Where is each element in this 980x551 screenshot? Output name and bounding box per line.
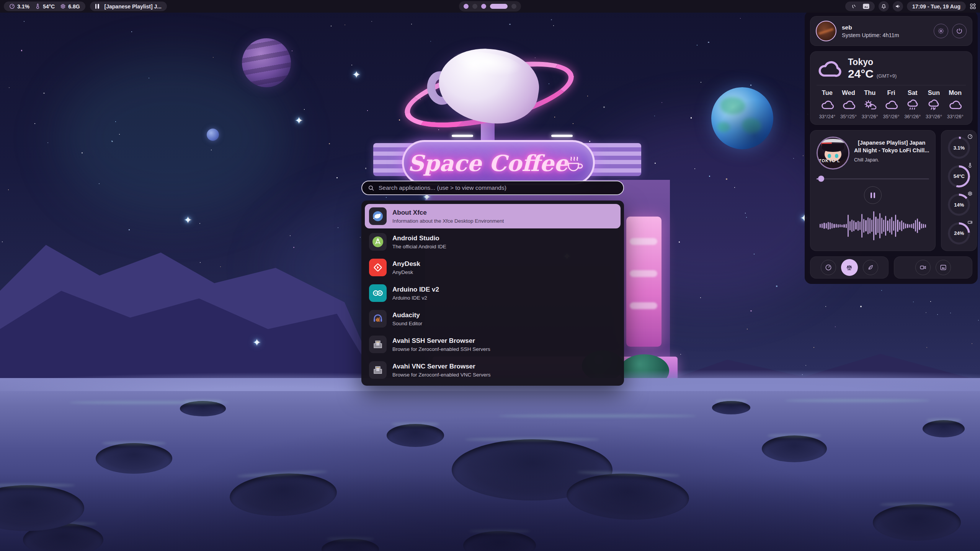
screenshot-button[interactable] <box>936 260 951 275</box>
app-row-android-studio[interactable]: Android Studio The official Android IDE <box>365 230 621 254</box>
workspace-indicator[interactable] <box>459 1 521 11</box>
screen-record-button[interactable] <box>915 260 931 275</box>
pause-icon <box>95 4 99 9</box>
settings-button[interactable] <box>934 24 948 38</box>
album-art-detail <box>828 154 831 158</box>
speedometer-icon <box>825 264 832 271</box>
app-name: About Xfce <box>392 209 504 217</box>
tools-dock <box>894 256 972 279</box>
quick-actions-row <box>810 256 972 279</box>
crater <box>96 443 172 474</box>
music-progress-slider[interactable] <box>817 176 929 182</box>
workspace-dot-active[interactable] <box>490 4 508 9</box>
image-icon[interactable] <box>863 3 869 9</box>
app-row-about-xfce[interactable]: About Xfce Information about the Xfce De… <box>365 204 621 228</box>
paw-icon[interactable] <box>851 3 857 10</box>
play-pause-button[interactable] <box>864 186 882 204</box>
star-sparkle: ✦ <box>184 214 192 226</box>
forecast-day-sun: Sun33°/26° <box>923 89 945 119</box>
cloud-icon <box>948 99 962 111</box>
sun-cloud-icon <box>863 99 877 111</box>
performance-button[interactable] <box>821 260 836 275</box>
app-row-text: Avahi VNC Server Browser Browse for Zero… <box>392 363 491 378</box>
app-desc: Sound Editor <box>392 321 422 326</box>
sign-light <box>551 135 573 137</box>
neon-sign-line <box>630 270 657 277</box>
app-row-text: Avahi SSH Server Browser Browse for Zero… <box>392 337 490 352</box>
workspace-dot-empty[interactable] <box>472 4 477 9</box>
crater <box>180 401 226 416</box>
topbar-right: 17:09 - Tue, 19 Aug <box>845 1 976 11</box>
cloud-icon <box>884 99 898 111</box>
music-pill[interactable]: [Japanese Playlist] J... <box>90 2 167 11</box>
app-name: Android Studio <box>392 235 446 242</box>
mem-stat: 6.8G <box>60 3 80 10</box>
launcher-results: About Xfce Information about the Xfce De… <box>361 201 624 386</box>
volume-button[interactable] <box>893 1 903 11</box>
app-row-audacity[interactable]: Audacity Sound Editor <box>365 306 621 331</box>
cloud-icon <box>842 99 856 111</box>
crater <box>452 439 612 500</box>
storm-icon <box>927 99 941 111</box>
crater <box>387 424 444 447</box>
app-row-anydesk[interactable]: AnyDesk AnyDesk <box>365 255 621 280</box>
forecast-temps: 33°/24° <box>817 114 838 119</box>
app-desc: Browse for Zeroconf-enabled SSH Servers <box>392 346 490 352</box>
crater <box>762 435 827 462</box>
chip-icon <box>967 191 973 196</box>
crater <box>463 531 536 551</box>
forecast-row: Tue33°/24°Wed35°/25°Thu33°/26°Fri35°/26°… <box>817 89 966 119</box>
snow-highlight <box>69 401 230 404</box>
weather-timezone: (GMT+9) <box>877 73 897 79</box>
forecast-temps: 36°/26° <box>902 114 923 119</box>
weather-header: Tokyo 24°C (GMT+9) <box>817 57 966 80</box>
thermometer-icon <box>967 163 973 168</box>
app-row-arduino[interactable]: Arduino IDE v2 Arduino IDE v2 <box>365 281 621 305</box>
app-name: Avahi VNC Server Browser <box>392 363 491 370</box>
crater <box>23 523 103 551</box>
crater <box>923 420 965 437</box>
cpu-value: 3.1% <box>17 3 29 10</box>
forecast-temps: 35°/26° <box>880 114 902 119</box>
workspace-dot-occupied[interactable] <box>464 4 469 9</box>
app-row-text: Audacity Sound Editor <box>392 311 422 326</box>
bell-icon <box>881 3 887 9</box>
notifications-button[interactable] <box>879 1 889 11</box>
clock-pill[interactable]: 17:09 - Tue, 19 Aug <box>907 2 966 11</box>
balanced-button[interactable] <box>841 259 858 276</box>
app-row-avahi-ssh[interactable]: Avahi SSH Server Browser Browse for Zero… <box>365 332 621 357</box>
workspace-dot-empty[interactable] <box>511 4 516 9</box>
forecast-day-label: Sat <box>902 89 923 96</box>
forecast-day-wed: Wed35°/25° <box>838 89 859 119</box>
forecast-temps: 35°/25° <box>838 114 859 119</box>
app-row-avahi-vnc[interactable]: Avahi VNC Server Browser Browse for Zero… <box>365 358 621 382</box>
network-port-icon <box>369 336 387 353</box>
snow-highlight <box>498 414 697 417</box>
system-uptime: System Uptime: 4h11m <box>842 32 899 38</box>
star-sparkle: ✦ <box>352 69 361 81</box>
app-row-text: Arduino IDE v2 Arduino IDE v2 <box>392 286 439 301</box>
weather-card: Tokyo 24°C (GMT+9) Tue33°/24°Wed35°/25°T… <box>810 51 972 125</box>
image-icon <box>940 264 947 271</box>
app-grid-icon[interactable] <box>970 3 976 10</box>
user-actions <box>934 24 967 38</box>
launcher-search[interactable]: Search applications... (use > to view co… <box>361 181 624 195</box>
speedometer-icon <box>967 134 973 139</box>
neon-sign-line <box>630 238 657 245</box>
app-name: AnyDesk <box>392 260 420 268</box>
mem-value: 6.8G <box>68 3 80 10</box>
avatar <box>816 21 836 41</box>
forecast-day-label: Tue <box>817 89 838 96</box>
track-title-line1: [Japanese Playlist] Japan <box>854 139 929 147</box>
app-desc: The official Android IDE <box>392 244 446 249</box>
cpu-stat: 3.1% <box>9 3 29 10</box>
app-row-text: Android Studio The official Android IDE <box>392 235 446 249</box>
network-port-icon <box>369 361 387 379</box>
disk-gauge: 24% <box>948 222 970 245</box>
eco-button[interactable] <box>863 260 878 275</box>
music-pill-label: [Japanese Playlist] J... <box>105 3 162 10</box>
system-stats-pill: 3.1% 54°C 6.8G <box>4 2 85 11</box>
workspace-dot-occupied[interactable] <box>481 4 486 9</box>
power-button[interactable] <box>952 24 967 38</box>
star-sparkle: ✦ <box>295 115 303 127</box>
